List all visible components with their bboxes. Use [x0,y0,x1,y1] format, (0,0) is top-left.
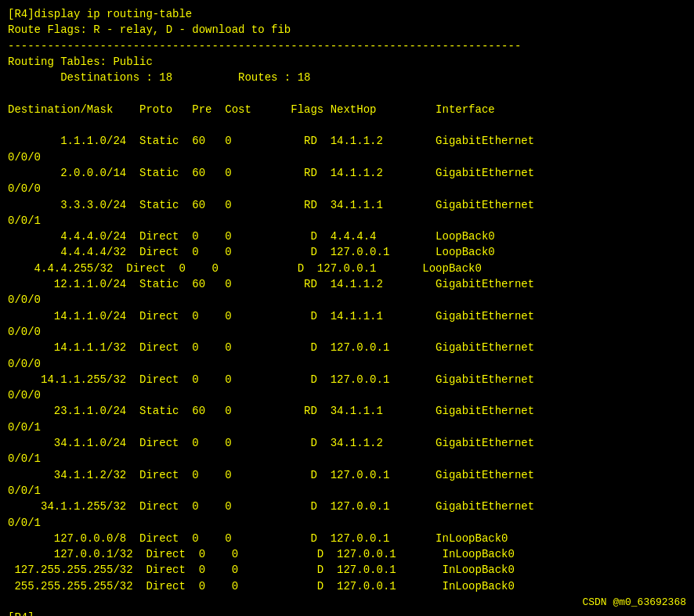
watermark-text: CSDN @m0_63692368 [582,596,686,608]
terminal-output: [R4]display ip routing-table Route Flags… [8,6,686,616]
